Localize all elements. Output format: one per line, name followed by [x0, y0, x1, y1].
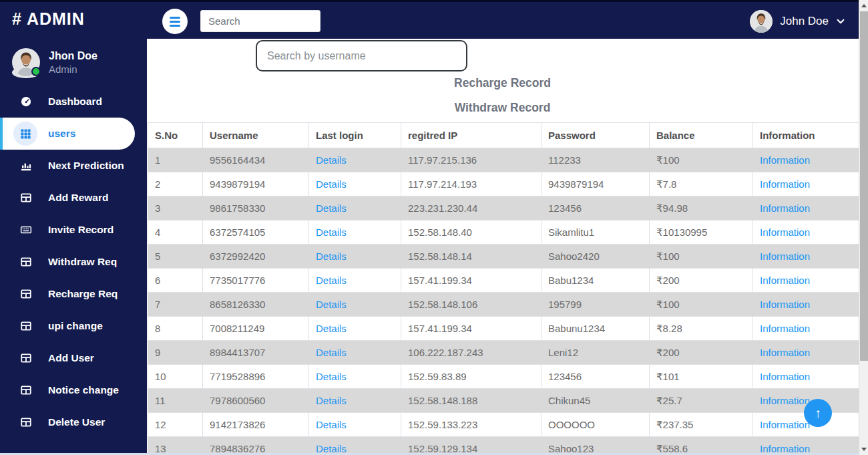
table-row: 78658126330Details152.58.148.106195799₹1… — [148, 293, 859, 317]
sidebar-toggle-button[interactable] — [162, 9, 188, 34]
scrollbar-thumb[interactable] — [860, 11, 868, 361]
scrollbar-down-arrow-icon[interactable] — [861, 448, 867, 451]
table-row: 137894836276Details152.59.129.134Sahoo12… — [148, 437, 859, 455]
details-link[interactable]: Details — [316, 251, 347, 262]
sno-cell: 1 — [148, 148, 203, 172]
information-link[interactable]: Information — [760, 275, 810, 286]
balance-cell: ₹200 — [650, 269, 753, 293]
arrow-up-icon: ↑ — [815, 406, 821, 421]
table-row: 87008211249Details157.41.199.34Babunu123… — [148, 317, 859, 341]
sidebar-profile: Jhon Doe Admin — [0, 39, 147, 86]
information-link-cell: Information — [753, 245, 859, 269]
details-link[interactable]: Details — [316, 371, 347, 382]
password-cell: 112233 — [541, 148, 650, 172]
sidebar-item-users[interactable]: users — [0, 118, 135, 150]
sidebar-item-delete-user[interactable]: Delete User — [0, 406, 147, 438]
vertical-scrollbar[interactable] — [859, 0, 868, 455]
balance-cell: ₹200 — [650, 341, 753, 365]
recharge-record-link[interactable]: Recharge Record — [147, 76, 858, 90]
username-cell: 7894836276 — [203, 437, 309, 455]
details-link-cell: Details — [309, 413, 401, 437]
table-row: 19556164434Details117.97.215.136112233₹1… — [148, 148, 859, 172]
username-cell: 7008211249 — [203, 317, 309, 341]
registered-ip-cell: 152.58.148.188 — [401, 389, 541, 413]
scroll-to-top-button[interactable]: ↑ — [804, 399, 832, 427]
password-cell: Chikun45 — [541, 389, 650, 413]
details-link-cell: Details — [309, 196, 401, 220]
details-link[interactable]: Details — [316, 202, 347, 214]
balance-cell: ₹10130995 — [650, 220, 753, 245]
information-link[interactable]: Information — [760, 347, 810, 358]
details-link[interactable]: Details — [316, 178, 347, 190]
details-link[interactable]: Details — [316, 275, 347, 286]
balance-cell: ₹94.98 — [650, 196, 753, 220]
column-header: Username — [203, 123, 309, 148]
information-link-cell: Information — [753, 293, 859, 317]
online-status-dot — [31, 67, 41, 76]
information-link[interactable]: Information — [760, 251, 810, 262]
bar-chart-icon — [20, 160, 32, 172]
username-cell: 7978600560 — [203, 389, 309, 413]
details-link-cell: Details — [309, 148, 401, 172]
sidebar-item-label: Invite Record — [48, 224, 114, 236]
sidebar-item-add-reward[interactable]: Add Reward — [0, 182, 147, 214]
sno-cell: 11 — [148, 389, 203, 413]
information-link[interactable]: Information — [760, 226, 810, 238]
table-icon — [20, 192, 32, 204]
details-link[interactable]: Details — [316, 323, 347, 334]
password-cell: Sahoo2420 — [541, 245, 650, 269]
information-link[interactable]: Information — [760, 202, 810, 214]
information-link[interactable]: Information — [760, 154, 810, 166]
password-cell: Sikamlitu1 — [541, 220, 650, 245]
sidebar-item-invite-record[interactable]: Invite Record — [0, 214, 147, 246]
balance-cell: ₹558.6 — [650, 437, 753, 455]
table-icon — [20, 352, 32, 364]
sidebar-item-next-prediction[interactable]: Next Prediction — [0, 150, 147, 182]
sno-cell: 5 — [148, 245, 203, 269]
password-cell: 9439879194 — [541, 172, 650, 196]
details-link[interactable]: Details — [316, 226, 347, 238]
navbar-search-input[interactable] — [200, 10, 320, 32]
sno-cell: 9 — [148, 341, 203, 365]
information-link[interactable]: Information — [760, 395, 810, 406]
sidebar-item-label: upi change — [48, 320, 103, 332]
details-link[interactable]: Details — [316, 347, 347, 358]
information-link-cell: Information — [753, 172, 859, 196]
chevron-down-icon[interactable] — [836, 17, 845, 26]
sidebar-item-label: Add Reward — [48, 192, 108, 204]
withdraw-record-link[interactable]: Withdraw Record — [147, 101, 858, 115]
information-link[interactable]: Information — [760, 178, 810, 190]
user-menu[interactable]: John Doe — [750, 2, 845, 41]
sidebar-item-label: Next Prediction — [48, 160, 124, 172]
username-cell: 6372992420 — [203, 245, 309, 269]
information-link[interactable]: Information — [760, 299, 810, 310]
information-link[interactable]: Information — [760, 371, 810, 382]
registered-ip-cell: 152.58.148.14 — [401, 245, 541, 269]
details-link[interactable]: Details — [316, 419, 347, 430]
sidebar-item-dashboard[interactable]: Dashboard — [0, 86, 147, 118]
information-link-cell: Information — [753, 196, 859, 220]
information-link[interactable]: Information — [760, 323, 810, 334]
balance-cell: ₹25.7 — [650, 389, 753, 413]
profile-avatar — [12, 48, 40, 76]
details-link-cell: Details — [309, 172, 401, 196]
information-link[interactable]: Information — [760, 419, 810, 430]
brand-logo[interactable]: # ADMIN — [12, 9, 85, 29]
details-link[interactable]: Details — [316, 154, 347, 166]
admin-panel-screen: # ADMIN John Doe — [0, 0, 868, 455]
sidebar-item-add-user[interactable]: Add User — [0, 342, 147, 374]
username-cell: 7719528896 — [203, 365, 309, 389]
details-link[interactable]: Details — [316, 299, 347, 310]
sidebar-item-recharge-req[interactable]: Recharge Req — [0, 278, 147, 310]
table-row: 39861758330Details223.231.230.44123456₹9… — [148, 196, 859, 220]
scrollbar-up-arrow-icon[interactable] — [861, 4, 867, 7]
registered-ip-cell: 152.59.83.89 — [401, 365, 541, 389]
column-header: regitred IP — [401, 123, 541, 148]
registered-ip-cell: 117.97.214.193 — [401, 172, 541, 196]
password-cell: 195799 — [541, 293, 650, 317]
sidebar-item-withdraw-req[interactable]: Withdraw Req — [0, 246, 147, 278]
sidebar-item-notice-change[interactable]: Notice change — [0, 374, 147, 406]
username-search-input[interactable] — [256, 40, 467, 71]
sidebar-item-upi-change[interactable]: upi change — [0, 310, 147, 342]
details-link[interactable]: Details — [316, 395, 347, 406]
